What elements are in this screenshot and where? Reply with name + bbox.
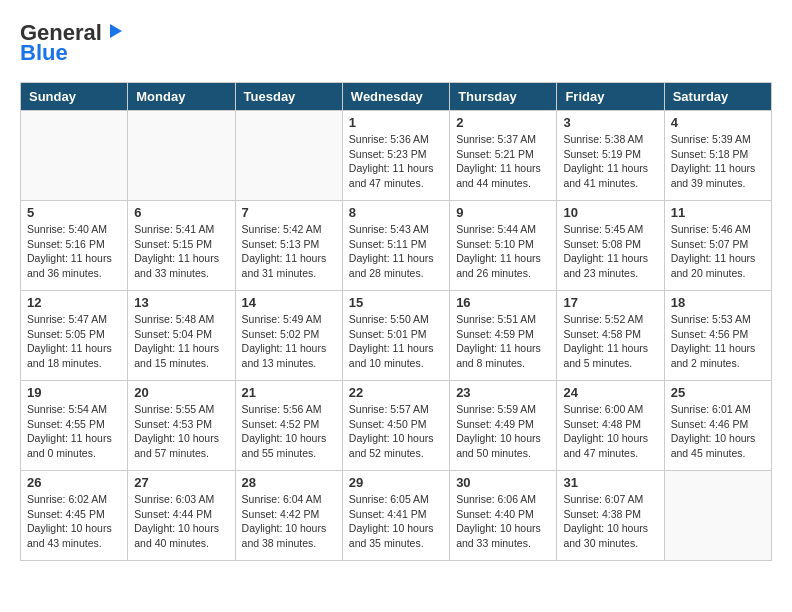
day-number: 22 [349, 385, 443, 400]
day-number: 27 [134, 475, 228, 490]
day-number: 18 [671, 295, 765, 310]
calendar-cell: 9Sunrise: 5:44 AM Sunset: 5:10 PM Daylig… [450, 201, 557, 291]
day-info: Sunrise: 5:43 AM Sunset: 5:11 PM Dayligh… [349, 222, 443, 281]
day-info: Sunrise: 6:06 AM Sunset: 4:40 PM Dayligh… [456, 492, 550, 551]
calendar-cell: 8Sunrise: 5:43 AM Sunset: 5:11 PM Daylig… [342, 201, 449, 291]
day-info: Sunrise: 5:45 AM Sunset: 5:08 PM Dayligh… [563, 222, 657, 281]
calendar-cell: 30Sunrise: 6:06 AM Sunset: 4:40 PM Dayli… [450, 471, 557, 561]
day-number: 21 [242, 385, 336, 400]
day-info: Sunrise: 5:40 AM Sunset: 5:16 PM Dayligh… [27, 222, 121, 281]
calendar-cell: 15Sunrise: 5:50 AM Sunset: 5:01 PM Dayli… [342, 291, 449, 381]
calendar-cell [235, 111, 342, 201]
calendar-cell [21, 111, 128, 201]
calendar-cell: 7Sunrise: 5:42 AM Sunset: 5:13 PM Daylig… [235, 201, 342, 291]
calendar-week-2: 5Sunrise: 5:40 AM Sunset: 5:16 PM Daylig… [21, 201, 772, 291]
day-info: Sunrise: 5:47 AM Sunset: 5:05 PM Dayligh… [27, 312, 121, 371]
calendar-cell: 10Sunrise: 5:45 AM Sunset: 5:08 PM Dayli… [557, 201, 664, 291]
calendar-cell: 11Sunrise: 5:46 AM Sunset: 5:07 PM Dayli… [664, 201, 771, 291]
weekday-header-friday: Friday [557, 83, 664, 111]
day-number: 1 [349, 115, 443, 130]
calendar-cell: 2Sunrise: 5:37 AM Sunset: 5:21 PM Daylig… [450, 111, 557, 201]
day-number: 6 [134, 205, 228, 220]
day-number: 17 [563, 295, 657, 310]
day-info: Sunrise: 6:03 AM Sunset: 4:44 PM Dayligh… [134, 492, 228, 551]
day-info: Sunrise: 5:48 AM Sunset: 5:04 PM Dayligh… [134, 312, 228, 371]
calendar-cell: 19Sunrise: 5:54 AM Sunset: 4:55 PM Dayli… [21, 381, 128, 471]
day-info: Sunrise: 5:59 AM Sunset: 4:49 PM Dayligh… [456, 402, 550, 461]
day-number: 9 [456, 205, 550, 220]
day-number: 12 [27, 295, 121, 310]
calendar-cell: 22Sunrise: 5:57 AM Sunset: 4:50 PM Dayli… [342, 381, 449, 471]
day-info: Sunrise: 6:00 AM Sunset: 4:48 PM Dayligh… [563, 402, 657, 461]
day-number: 10 [563, 205, 657, 220]
calendar-cell: 1Sunrise: 5:36 AM Sunset: 5:23 PM Daylig… [342, 111, 449, 201]
day-number: 14 [242, 295, 336, 310]
day-info: Sunrise: 5:56 AM Sunset: 4:52 PM Dayligh… [242, 402, 336, 461]
calendar-cell: 17Sunrise: 5:52 AM Sunset: 4:58 PM Dayli… [557, 291, 664, 381]
day-number: 19 [27, 385, 121, 400]
calendar-week-5: 26Sunrise: 6:02 AM Sunset: 4:45 PM Dayli… [21, 471, 772, 561]
day-info: Sunrise: 6:07 AM Sunset: 4:38 PM Dayligh… [563, 492, 657, 551]
day-info: Sunrise: 5:36 AM Sunset: 5:23 PM Dayligh… [349, 132, 443, 191]
calendar-table: SundayMondayTuesdayWednesdayThursdayFrid… [20, 82, 772, 561]
weekday-header-saturday: Saturday [664, 83, 771, 111]
calendar-cell: 29Sunrise: 6:05 AM Sunset: 4:41 PM Dayli… [342, 471, 449, 561]
logo: General Blue [20, 20, 126, 66]
calendar-week-1: 1Sunrise: 5:36 AM Sunset: 5:23 PM Daylig… [21, 111, 772, 201]
calendar-cell: 14Sunrise: 5:49 AM Sunset: 5:02 PM Dayli… [235, 291, 342, 381]
day-number: 25 [671, 385, 765, 400]
calendar-cell [664, 471, 771, 561]
logo-blue: Blue [20, 40, 68, 66]
calendar-cell: 28Sunrise: 6:04 AM Sunset: 4:42 PM Dayli… [235, 471, 342, 561]
calendar-cell: 31Sunrise: 6:07 AM Sunset: 4:38 PM Dayli… [557, 471, 664, 561]
calendar-week-3: 12Sunrise: 5:47 AM Sunset: 5:05 PM Dayli… [21, 291, 772, 381]
day-info: Sunrise: 6:04 AM Sunset: 4:42 PM Dayligh… [242, 492, 336, 551]
day-number: 8 [349, 205, 443, 220]
calendar-cell: 4Sunrise: 5:39 AM Sunset: 5:18 PM Daylig… [664, 111, 771, 201]
day-info: Sunrise: 5:50 AM Sunset: 5:01 PM Dayligh… [349, 312, 443, 371]
day-number: 16 [456, 295, 550, 310]
weekday-header-wednesday: Wednesday [342, 83, 449, 111]
day-info: Sunrise: 5:53 AM Sunset: 4:56 PM Dayligh… [671, 312, 765, 371]
calendar-cell: 16Sunrise: 5:51 AM Sunset: 4:59 PM Dayli… [450, 291, 557, 381]
day-number: 30 [456, 475, 550, 490]
day-info: Sunrise: 5:55 AM Sunset: 4:53 PM Dayligh… [134, 402, 228, 461]
day-info: Sunrise: 5:38 AM Sunset: 5:19 PM Dayligh… [563, 132, 657, 191]
day-number: 2 [456, 115, 550, 130]
calendar-cell: 5Sunrise: 5:40 AM Sunset: 5:16 PM Daylig… [21, 201, 128, 291]
day-number: 5 [27, 205, 121, 220]
day-number: 7 [242, 205, 336, 220]
day-info: Sunrise: 5:44 AM Sunset: 5:10 PM Dayligh… [456, 222, 550, 281]
day-info: Sunrise: 5:46 AM Sunset: 5:07 PM Dayligh… [671, 222, 765, 281]
day-info: Sunrise: 6:05 AM Sunset: 4:41 PM Dayligh… [349, 492, 443, 551]
day-info: Sunrise: 5:49 AM Sunset: 5:02 PM Dayligh… [242, 312, 336, 371]
day-number: 26 [27, 475, 121, 490]
day-info: Sunrise: 5:52 AM Sunset: 4:58 PM Dayligh… [563, 312, 657, 371]
calendar-week-4: 19Sunrise: 5:54 AM Sunset: 4:55 PM Dayli… [21, 381, 772, 471]
calendar-cell: 20Sunrise: 5:55 AM Sunset: 4:53 PM Dayli… [128, 381, 235, 471]
day-number: 15 [349, 295, 443, 310]
calendar-cell: 26Sunrise: 6:02 AM Sunset: 4:45 PM Dayli… [21, 471, 128, 561]
calendar-cell: 25Sunrise: 6:01 AM Sunset: 4:46 PM Dayli… [664, 381, 771, 471]
calendar-cell: 21Sunrise: 5:56 AM Sunset: 4:52 PM Dayli… [235, 381, 342, 471]
weekday-header-sunday: Sunday [21, 83, 128, 111]
day-info: Sunrise: 5:57 AM Sunset: 4:50 PM Dayligh… [349, 402, 443, 461]
day-number: 4 [671, 115, 765, 130]
day-info: Sunrise: 5:41 AM Sunset: 5:15 PM Dayligh… [134, 222, 228, 281]
day-info: Sunrise: 5:42 AM Sunset: 5:13 PM Dayligh… [242, 222, 336, 281]
day-number: 28 [242, 475, 336, 490]
day-info: Sunrise: 5:54 AM Sunset: 4:55 PM Dayligh… [27, 402, 121, 461]
day-number: 3 [563, 115, 657, 130]
weekday-header-thursday: Thursday [450, 83, 557, 111]
day-info: Sunrise: 6:02 AM Sunset: 4:45 PM Dayligh… [27, 492, 121, 551]
calendar-cell: 6Sunrise: 5:41 AM Sunset: 5:15 PM Daylig… [128, 201, 235, 291]
day-number: 11 [671, 205, 765, 220]
day-info: Sunrise: 5:51 AM Sunset: 4:59 PM Dayligh… [456, 312, 550, 371]
calendar-cell: 24Sunrise: 6:00 AM Sunset: 4:48 PM Dayli… [557, 381, 664, 471]
calendar-cell: 23Sunrise: 5:59 AM Sunset: 4:49 PM Dayli… [450, 381, 557, 471]
day-number: 23 [456, 385, 550, 400]
calendar-cell: 13Sunrise: 5:48 AM Sunset: 5:04 PM Dayli… [128, 291, 235, 381]
weekday-header-tuesday: Tuesday [235, 83, 342, 111]
calendar-cell: 3Sunrise: 5:38 AM Sunset: 5:19 PM Daylig… [557, 111, 664, 201]
day-number: 13 [134, 295, 228, 310]
